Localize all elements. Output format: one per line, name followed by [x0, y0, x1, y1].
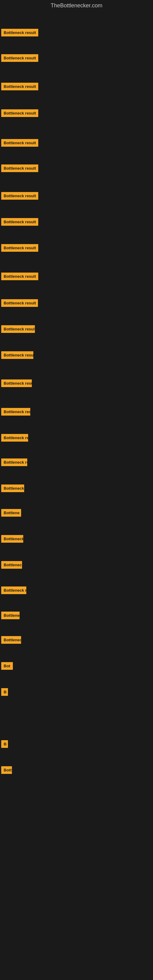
bottleneck-item-4: Bottleneck result — [1, 139, 38, 148]
bottleneck-item-13: Bottleneck result — [1, 379, 32, 388]
bottleneck-label-24: Bot — [1, 662, 13, 670]
bottleneck-label-17: Bottleneck r — [1, 485, 24, 492]
bottleneck-item-22: Bottlene — [1, 612, 19, 620]
bottleneck-item-9: Bottleneck result — [1, 272, 38, 282]
bottleneck-label-0: Bottleneck result — [1, 29, 38, 37]
bottleneck-label-5: Bottleneck result — [1, 164, 38, 172]
bottleneck-label-11: Bottleneck result — [1, 325, 35, 333]
bottleneck-item-11: Bottleneck result — [1, 325, 35, 334]
bottleneck-item-0: Bottleneck result — [1, 29, 38, 38]
bottleneck-label-12: Bottleneck result — [1, 351, 33, 359]
bottleneck-label-2: Bottleneck result — [1, 83, 38, 90]
bottleneck-item-18: Bottlene — [1, 509, 21, 518]
bottleneck-item-23: Bottleneck — [1, 636, 21, 645]
bottleneck-label-15: Bottleneck re — [1, 434, 28, 442]
bottleneck-label-14: Bottleneck result — [1, 408, 30, 415]
bottleneck-label-19: Bottleneck r — [1, 535, 23, 542]
bottleneck-item-19: Bottleneck r — [1, 535, 23, 544]
bottleneck-item-1: Bottleneck result — [1, 54, 38, 63]
site-title: TheBottlenecker.com — [0, 0, 153, 11]
bottleneck-item-14: Bottleneck result — [1, 408, 30, 417]
bottleneck-label-1: Bottleneck result — [1, 54, 38, 62]
bottleneck-item-5: Bottleneck result — [1, 164, 38, 173]
bottleneck-label-13: Bottleneck result — [1, 379, 32, 387]
bottleneck-item-12: Bottleneck result — [1, 351, 33, 360]
bottleneck-item-17: Bottleneck r — [1, 485, 24, 493]
bottleneck-item-28: Bott — [1, 766, 12, 775]
bottleneck-label-8: Bottleneck result — [1, 244, 38, 252]
bottleneck-item-25: B — [1, 688, 8, 697]
bottleneck-item-15: Bottleneck re — [1, 434, 28, 443]
bottleneck-label-22: Bottlene — [1, 612, 19, 619]
bottleneck-item-16: Bottleneck result — [1, 458, 27, 467]
bottleneck-item-24: Bot — [1, 662, 13, 671]
bottleneck-label-4: Bottleneck result — [1, 139, 38, 147]
bottleneck-item-10: Bottleneck result — [1, 299, 38, 308]
bottleneck-label-10: Bottleneck result — [1, 299, 38, 307]
bottleneck-item-8: Bottleneck result — [1, 244, 38, 253]
bottleneck-label-23: Bottleneck — [1, 636, 21, 644]
bottleneck-label-7: Bottleneck result — [1, 218, 38, 226]
bottleneck-item-7: Bottleneck result — [1, 218, 38, 227]
bottleneck-label-21: Bottleneck res — [1, 587, 26, 594]
bottleneck-item-20: Bottleneck — [1, 561, 22, 570]
bottleneck-label-20: Bottleneck — [1, 561, 22, 569]
page-container: TheBottlenecker.com Bottleneck resultBot… — [0, 0, 153, 980]
bottleneck-label-16: Bottleneck result — [1, 458, 27, 466]
bottleneck-label-25: B — [1, 688, 8, 696]
bottleneck-item-27: B — [1, 740, 8, 749]
bottleneck-label-28: Bott — [1, 766, 12, 774]
bottleneck-label-3: Bottleneck result — [1, 109, 38, 117]
bottleneck-label-6: Bottleneck result — [1, 192, 38, 200]
bottleneck-item-2: Bottleneck result — [1, 83, 38, 92]
bottleneck-item-21: Bottleneck res — [1, 587, 26, 595]
bottleneck-label-9: Bottleneck result — [1, 272, 38, 280]
bottleneck-label-27: B — [1, 740, 8, 748]
bottleneck-item-3: Bottleneck result — [1, 109, 38, 118]
bottleneck-item-6: Bottleneck result — [1, 192, 38, 201]
bottleneck-label-18: Bottlene — [1, 509, 21, 517]
